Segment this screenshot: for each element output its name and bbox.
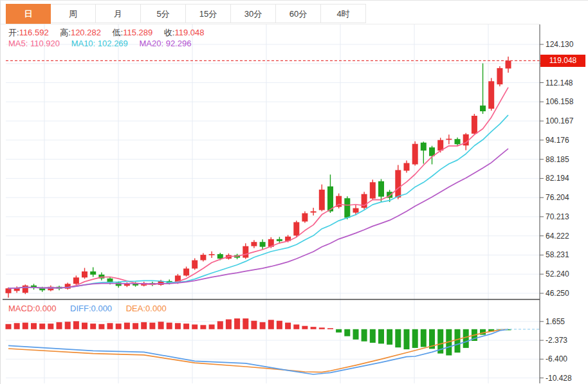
period-tabbar: 日 周 月 5分 15分 30分 60分 4时 (6, 4, 366, 24)
ohlc-readout: 开:116.592 高:120.282 低:115.289 收:119.048 (8, 27, 213, 39)
macd-axis-label: -2.373 (546, 336, 585, 345)
open-label: 开: (8, 28, 19, 37)
tab-week[interactable]: 周 (51, 4, 96, 23)
current-price-badge: 119.048 (540, 55, 585, 67)
price-axis-label: 64.222 (546, 232, 585, 241)
macd-value: 0.000 (35, 304, 57, 313)
price-axis-label: 76.204 (546, 193, 585, 202)
price-axis-label: 106.158 (546, 97, 585, 106)
price-axis-label: 94.176 (546, 136, 585, 145)
ma5-label: MA5: (8, 39, 28, 48)
macd-axis-label: 1.655 (546, 317, 585, 326)
macd-readout: MACD:0.000 DIFF:0.000 DEA:0.000 (8, 304, 178, 313)
price-axis-label: 88.185 (546, 155, 585, 164)
macd-axis-label: -6.400 (546, 354, 585, 363)
diff-label: DIFF: (70, 304, 91, 313)
tab-30min[interactable]: 30分 (231, 4, 276, 23)
macd-label: MACD: (8, 304, 35, 313)
high-label: 高: (60, 28, 71, 37)
ma20-label: MA20: (139, 39, 163, 48)
tab-15min[interactable]: 15分 (186, 4, 231, 23)
macd-axis-label: -10.428 (546, 374, 585, 383)
close-value: 119.048 (174, 28, 204, 37)
ma20-value: 92.296 (166, 39, 192, 48)
price-axis-label: 52.240 (546, 270, 585, 279)
tab-day[interactable]: 日 (6, 4, 51, 24)
tab-month[interactable]: 月 (96, 4, 141, 23)
diff-value: 0.000 (91, 304, 113, 313)
price-axis-label: 70.213 (546, 212, 585, 221)
ma10-value: 102.269 (98, 39, 128, 48)
ma10-label: MA10: (71, 39, 96, 48)
dea-value: 0.000 (145, 304, 167, 313)
low-label: 低: (113, 28, 124, 37)
price-axis-label: 58.231 (546, 250, 585, 259)
dea-label: DEA: (126, 304, 145, 313)
price-axis-label: 100.167 (546, 116, 585, 125)
high-value: 120.282 (71, 28, 101, 37)
ma5-value: 110.920 (30, 39, 60, 48)
price-axis-label: 124.130 (546, 40, 585, 49)
open-value: 116.592 (19, 28, 49, 37)
low-value: 115.289 (123, 28, 152, 37)
tab-5min[interactable]: 5分 (141, 4, 186, 23)
price-axis-label: 112.148 (546, 78, 585, 87)
tab-4hour[interactable]: 4时 (321, 4, 366, 23)
price-axis-label: 46.250 (546, 289, 585, 298)
tab-60min[interactable]: 60分 (276, 4, 321, 23)
close-label: 收: (164, 28, 175, 37)
candlestick-chart[interactable] (1, 1, 588, 384)
ma-readout: MA5: 110.920 MA10: 102.269 MA20: 92.296 (8, 39, 200, 48)
chart-app: 日 周 月 5分 15分 30分 60分 4时 开:116.592 高:120.… (0, 0, 588, 384)
price-axis-label: 82.194 (546, 174, 585, 183)
